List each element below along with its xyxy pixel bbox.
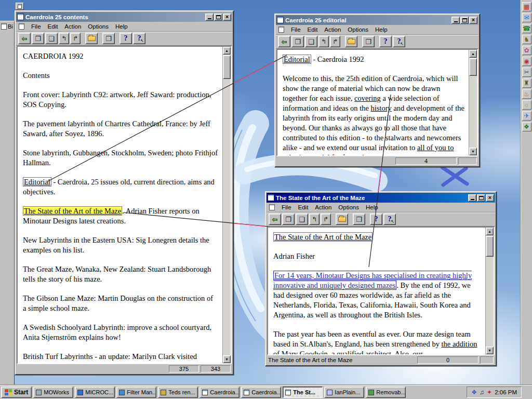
taskbar-button-microc[interactable]: MICROC... — [75, 387, 115, 398]
menu-file[interactable]: File — [291, 26, 301, 33]
menu-help[interactable]: Help — [375, 26, 388, 33]
copy-page-button[interactable]: ❒ — [362, 36, 375, 47]
minimize-button[interactable] — [451, 17, 460, 24]
context-help-button[interactable]: ?↖ — [393, 36, 405, 47]
back-button[interactable]: ⇦ — [278, 36, 290, 47]
maximize-button[interactable] — [214, 14, 222, 21]
scrollbar-thumb[interactable] — [469, 58, 477, 76]
menu-edit[interactable]: Edit — [308, 26, 318, 33]
menu-file[interactable]: File — [282, 204, 291, 210]
titlebar[interactable]: The State of the Art of the Maze × — [267, 193, 495, 203]
copy-button[interactable]: ❐ — [291, 36, 304, 47]
background-window-icon[interactable] — [16, 3, 24, 10]
back-button[interactable]: ⇦ — [269, 214, 281, 225]
tray-status-icon[interactable]: ❖ — [471, 389, 477, 395]
tray-app-icon[interactable]: ✦ — [487, 389, 492, 395]
pages-button[interactable]: ❑ — [305, 36, 317, 47]
launcher-icon-8[interactable]: ♜ — [522, 78, 531, 88]
scrollbar-track[interactable] — [486, 235, 494, 347]
menu-help[interactable]: Help — [115, 23, 128, 30]
close-button[interactable]: × — [486, 194, 494, 202]
launcher-icon-9[interactable]: ♨ — [522, 89, 531, 99]
launcher-icon-6[interactable]: ◉ — [522, 57, 531, 66]
minimize-button[interactable] — [205, 14, 214, 21]
menu-action[interactable]: Action — [64, 23, 81, 30]
pages-button[interactable]: ❑ — [45, 33, 58, 44]
launcher-icon-10[interactable]: ☼ — [522, 100, 531, 110]
menu-help[interactable]: Help — [366, 204, 378, 210]
scroll-up-button[interactable]: ▲ — [223, 47, 231, 55]
scroll-up-button[interactable]: ▲ — [486, 228, 494, 235]
context-help-button[interactable]: ?↖ — [133, 33, 145, 44]
open-folder-button[interactable] — [336, 214, 348, 225]
open-folder-button[interactable] — [85, 33, 98, 44]
taskbar-button-removab[interactable]: Removab... — [366, 387, 406, 398]
taskbar-button-caerdroia-1[interactable]: Caerdroia... — [200, 387, 240, 398]
ref-up-button[interactable]: ↰ — [59, 33, 69, 44]
taskbar-button-teds-ren[interactable]: Teds ren... — [158, 387, 198, 398]
history-link[interactable]: history — [371, 104, 392, 112]
scrollbar-thumb[interactable] — [486, 236, 494, 257]
menu-options[interactable]: Options — [88, 23, 109, 30]
editorial-link[interactable]: Editorial — [23, 177, 51, 187]
scroll-down-button[interactable]: ▼ — [223, 355, 231, 363]
maze-title-link[interactable]: The State of the Art of the Maze — [273, 232, 373, 242]
menu-edit[interactable]: Edit — [48, 23, 58, 30]
help-button[interactable]: ? — [119, 33, 132, 44]
context-help-button[interactable]: ?↖ — [383, 214, 396, 225]
ref-down-button[interactable]: ↱ — [330, 36, 340, 47]
taskbar-button-ianplain[interactable]: IanPlain... — [324, 387, 364, 398]
help-button[interactable]: ? — [379, 36, 392, 47]
back-button[interactable]: ⇦ — [18, 33, 31, 44]
minimize-button[interactable] — [468, 194, 476, 202]
launcher-icon-11[interactable]: ✈ — [522, 111, 531, 121]
taskbar-button-the-st-active[interactable]: The St... — [283, 387, 323, 398]
open-folder-button[interactable] — [345, 36, 357, 47]
help-button[interactable]: ? — [370, 214, 382, 225]
launcher-icon-3[interactable]: ☎ — [522, 24, 531, 33]
menu-options[interactable]: Options — [338, 204, 359, 210]
state-of-art-link[interactable]: The State of the Art of the Maze — [23, 206, 122, 216]
ref-down-button[interactable]: ↱ — [70, 33, 81, 44]
close-button[interactable]: × — [469, 17, 477, 24]
launcher-icon-12[interactable]: ❖ — [522, 122, 531, 131]
vertical-scrollbar[interactable]: ▲ ▼ — [469, 50, 477, 155]
menu-action[interactable]: Action — [324, 26, 341, 33]
launcher-icon-7[interactable]: ✂ — [522, 68, 531, 77]
vertical-scrollbar[interactable]: ▲ ▼ — [485, 228, 494, 354]
covering-link[interactable]: covering — [354, 94, 381, 102]
background-window[interactable]: Bi — [0, 21, 15, 385]
launcher-icon-5[interactable]: ✿ — [522, 46, 531, 55]
copy-page-button[interactable]: ❒ — [353, 214, 365, 225]
menu-action[interactable]: Action — [315, 204, 331, 210]
scroll-down-button[interactable]: ▼ — [486, 347, 494, 354]
scrollbar-track[interactable] — [223, 55, 231, 355]
ref-up-button[interactable]: ↰ — [318, 36, 329, 47]
menu-options[interactable]: Options — [348, 26, 368, 33]
pages-button[interactable]: ❑ — [296, 214, 308, 225]
menu-edit[interactable]: Edit — [298, 204, 309, 210]
maximize-button[interactable] — [460, 17, 469, 24]
taskbar-button-filter-man[interactable]: Filter Man... — [116, 387, 156, 398]
scroll-up-button[interactable]: ▲ — [469, 50, 477, 58]
editorial-anchor-link[interactable]: Editorial — [283, 55, 311, 64]
scroll-down-button[interactable]: ▼ — [469, 148, 477, 155]
launcher-icon-1[interactable]: ▦ — [522, 2, 531, 11]
scrollbar-thumb[interactable] — [223, 55, 231, 79]
volume-icon[interactable]: ♫ — [480, 389, 484, 395]
ref-down-button[interactable]: ↱ — [321, 214, 331, 225]
menu-file[interactable]: File — [31, 23, 41, 30]
launcher-icon-2[interactable]: ✉ — [522, 13, 531, 22]
copy-button[interactable]: ❐ — [282, 214, 295, 225]
launcher-icon-4[interactable]: ♞ — [522, 35, 531, 44]
copy-page-button[interactable]: ❒ — [102, 33, 115, 44]
maximize-button[interactable] — [477, 194, 485, 202]
ref-up-button[interactable]: ↰ — [309, 214, 320, 225]
vertical-scrollbar[interactable]: ▲ ▼ — [222, 47, 231, 363]
titlebar[interactable]: Caerdroia 25 contents × — [16, 12, 232, 22]
close-button[interactable]: × — [223, 14, 231, 21]
taskbar-button-moworks[interactable]: MOWorks — [33, 387, 73, 398]
scrollbar-track[interactable] — [469, 58, 477, 148]
copy-button[interactable]: ❐ — [32, 33, 44, 44]
titlebar[interactable]: Caerdroia 25 editorial × — [276, 15, 478, 25]
